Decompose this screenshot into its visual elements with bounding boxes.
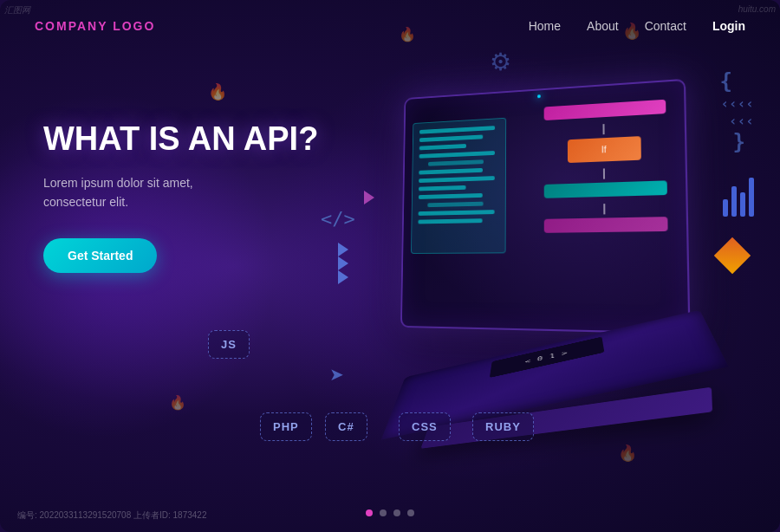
flowchart-box-if: If xyxy=(568,136,641,163)
code-line xyxy=(419,176,495,183)
get-started-button[interactable]: Get Started xyxy=(43,238,157,273)
bar-2 xyxy=(731,186,737,217)
laptop-screen: If xyxy=(400,79,691,334)
tech-tag-js: JS xyxy=(208,330,250,359)
nav-home[interactable]: Home xyxy=(529,19,561,33)
flow-arrow-1 xyxy=(602,124,604,134)
page-wrapper: COMPANY LOGO Home About Contact Login ⚙ … xyxy=(0,0,780,532)
pagination-dot-3[interactable] xyxy=(393,509,400,516)
key-0: 0 xyxy=(537,354,543,362)
code-line xyxy=(419,144,466,150)
flame-icon-1: 🔥 xyxy=(208,82,227,101)
tech-tag-php: PHP xyxy=(260,412,312,441)
flow-arrow-2 xyxy=(603,168,605,178)
nav-login[interactable]: Login xyxy=(712,19,745,33)
pagination-dot-4[interactable] xyxy=(407,509,414,516)
flowchart-box-2 xyxy=(544,180,667,198)
pagination-dot-1[interactable] xyxy=(366,509,373,516)
bar-3 xyxy=(740,192,745,217)
code-line xyxy=(419,193,483,199)
bar-4 xyxy=(749,178,754,217)
code-line xyxy=(419,210,495,216)
nav-about[interactable]: About xyxy=(587,19,619,33)
key-lt: < xyxy=(524,357,530,365)
flowchart: If xyxy=(544,100,668,240)
pagination-dots xyxy=(366,509,414,516)
code-line xyxy=(419,135,483,143)
nav-links: Home About Contact Login xyxy=(529,19,745,33)
watermark-text: 编号: 2022033113291520708 上传者ID: 1873422 xyxy=(17,509,207,522)
code-line xyxy=(419,151,495,159)
bar-1 xyxy=(723,199,728,217)
tech-tag-cs: C# xyxy=(325,412,367,441)
tech-tag-css: CSS xyxy=(399,412,451,441)
key-1: 1 xyxy=(549,352,556,360)
code-line xyxy=(419,168,482,175)
flame-icon-3: 🔥 xyxy=(169,394,186,411)
hero-title: WHAT IS AN API? xyxy=(43,121,318,158)
code-line xyxy=(419,185,466,191)
hero-subtitle: Lorem ipsum dolor sit amet, consectetur … xyxy=(43,173,318,212)
tech-tag-ruby: RUBY xyxy=(472,412,534,441)
key-gt: > xyxy=(562,349,568,357)
code-line xyxy=(428,159,484,165)
navbar: COMPANY LOGO Home About Contact Login xyxy=(0,0,780,52)
flame-icon-bottom-right: 🔥 xyxy=(618,444,637,463)
flowchart-box-3 xyxy=(544,217,668,233)
flow-arrow-3 xyxy=(603,204,605,214)
bar-chart-decoration xyxy=(723,173,754,217)
company-logo: COMPANY LOGO xyxy=(35,19,155,33)
pagination-dot-2[interactable] xyxy=(380,509,387,516)
hero-content: WHAT IS AN API? Lorem ipsum dolor sit am… xyxy=(43,121,318,273)
nav-contact[interactable]: Contact xyxy=(645,19,686,33)
code-line xyxy=(419,126,495,134)
code-line xyxy=(427,202,484,207)
code-panel xyxy=(411,118,506,254)
keyboard-display-strip: < 0 1 > xyxy=(490,337,605,378)
code-line xyxy=(418,218,482,224)
